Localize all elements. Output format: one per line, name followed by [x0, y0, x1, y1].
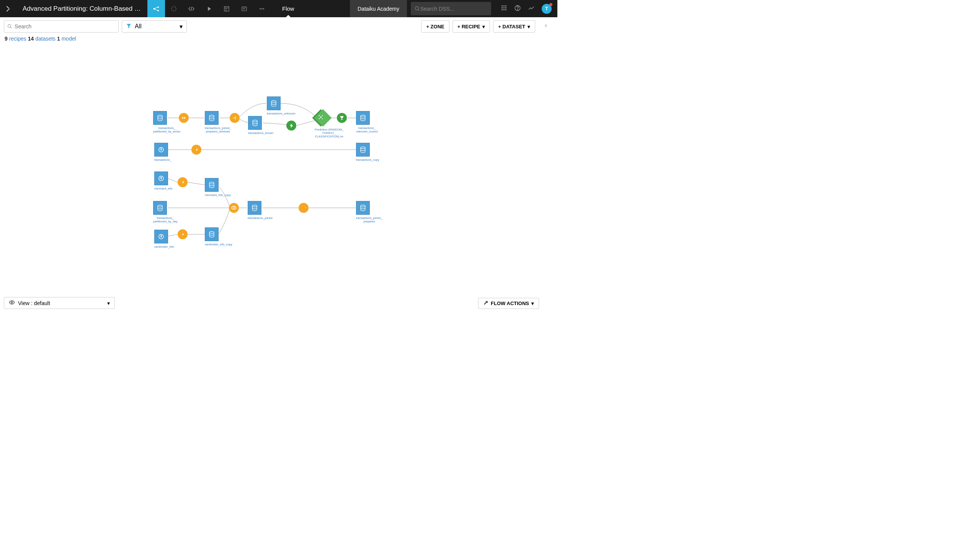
view-selector[interactable]: View : default ▾ [4, 297, 115, 309]
svg-line-37 [188, 182, 205, 185]
add-zone-button[interactable]: + ZONE [421, 20, 449, 33]
activity-icon[interactable] [528, 5, 535, 13]
search-icon [415, 6, 420, 12]
svg-point-63 [209, 182, 214, 184]
dashboard-icon[interactable] [218, 0, 235, 17]
view-label: View : default [18, 300, 50, 306]
add-recipe-button[interactable]: + RECIPE▾ [452, 20, 490, 33]
svg-rect-18 [501, 7, 503, 8]
recipes-link[interactable]: recipes [9, 36, 26, 42]
dataset-cardholder-info[interactable]: cardholder_info [154, 230, 174, 248]
wiki-icon[interactable] [235, 0, 253, 17]
dataset-transactions-joined-prepared-windows[interactable]: transactions_joined_ prepared_windows [205, 111, 231, 133]
svg-rect-45 [182, 117, 183, 119]
svg-point-54 [322, 118, 323, 119]
recipe-join[interactable] [229, 203, 239, 213]
lab-icon[interactable] [165, 0, 183, 17]
svg-rect-21 [501, 9, 503, 10]
svg-rect-17 [505, 5, 506, 7]
svg-point-48 [271, 101, 276, 103]
recipe-prepare[interactable] [299, 203, 309, 213]
dataset-transactions-known[interactable]: transactions_known [248, 116, 273, 135]
svg-point-26 [8, 24, 11, 28]
svg-point-2 [157, 10, 159, 11]
models-count: 1 [57, 36, 60, 42]
project-title[interactable]: Advanced Partitioning: Column-Based (Tut… [17, 5, 147, 13]
svg-rect-15 [501, 5, 503, 7]
svg-point-70 [209, 232, 214, 234]
dataset-transactions-copy[interactable]: transactions_copy [356, 143, 379, 162]
svg-point-52 [322, 115, 323, 116]
dataiku-logo-icon[interactable] [0, 0, 17, 17]
svg-line-14 [418, 9, 419, 10]
svg-line-31 [297, 121, 315, 126]
svg-rect-20 [505, 7, 506, 8]
svg-rect-46 [184, 117, 185, 119]
jobs-icon[interactable] [200, 0, 218, 17]
recipe-train[interactable] [286, 121, 296, 131]
models-link[interactable]: model [62, 36, 76, 42]
svg-point-13 [415, 7, 419, 10]
recipe-sync-2[interactable] [178, 177, 188, 187]
svg-point-12 [263, 8, 264, 9]
wrench-icon [483, 300, 488, 307]
academy-button[interactable]: Dataiku Academy [350, 0, 407, 17]
dataset-transactions-partitioned-by-sector[interactable]: transactions_ partitioned_by_sector [153, 111, 181, 133]
dataset-transactions-joined-prepared[interactable]: transactions_joined_ prepared [356, 201, 382, 223]
filter-dropdown[interactable]: All ▾ [122, 20, 187, 33]
apps-icon[interactable] [501, 5, 507, 13]
svg-point-67 [252, 205, 257, 207]
flow-search[interactable] [4, 20, 119, 33]
svg-rect-22 [503, 9, 505, 10]
svg-point-0 [154, 8, 155, 10]
global-search[interactable] [411, 2, 491, 15]
recipe-window[interactable] [179, 113, 189, 123]
dataset-transactions-unknown[interactable]: transactions_unknown [267, 96, 296, 115]
chevron-down-icon: ▾ [482, 24, 485, 29]
dataset-transactions-unknown-scored[interactable]: transactions_ unknown_scored [356, 111, 378, 133]
chevron-down-icon: ▾ [528, 24, 530, 29]
dataset-transactions-partitioned-by-day[interactable]: transactions_ partitioned_by_day [153, 201, 177, 223]
dataset-merchant-info-copy[interactable]: merchant_info_copy [205, 178, 231, 197]
flow-icon[interactable] [147, 0, 165, 17]
svg-point-53 [319, 118, 320, 119]
user-avatar[interactable]: T [542, 4, 552, 14]
filter-value: All [135, 23, 142, 30]
svg-point-71 [11, 302, 13, 303]
dataset-transactions-joined[interactable]: transactions_joined [248, 201, 273, 220]
recipe-split[interactable] [230, 113, 240, 123]
flow-canvas[interactable]: transactions_ partitioned_by_sector tran… [0, 42, 539, 294]
recipe-score[interactable] [337, 113, 347, 123]
dataset-transactions[interactable]: transactions_ [154, 143, 172, 162]
dataset-merchant-info[interactable]: merchant_info [154, 171, 173, 190]
flow-actions-button[interactable]: FLOW ACTIONS ▾ [478, 298, 539, 309]
flow-tab-label[interactable]: Flow [271, 0, 306, 17]
recipe-sync-1[interactable] [191, 145, 201, 155]
svg-point-10 [260, 8, 261, 9]
add-dataset-button[interactable]: + DATASET▾ [493, 20, 535, 33]
datasets-link[interactable]: datasets [35, 36, 56, 42]
more-icon[interactable] [253, 0, 271, 17]
nav-icons [147, 0, 271, 17]
funnel-icon [126, 23, 132, 30]
svg-point-64 [158, 205, 162, 207]
svg-point-47 [209, 115, 214, 117]
svg-rect-4 [224, 7, 229, 11]
flow-edges [0, 42, 539, 294]
svg-point-61 [361, 147, 365, 149]
global-search-input[interactable] [420, 6, 487, 12]
flow-toolbar: All ▾ + ZONE + RECIPE▾ + DATASET▾ [0, 17, 557, 36]
code-icon[interactable] [183, 0, 200, 17]
svg-point-3 [172, 7, 176, 11]
svg-rect-7 [242, 7, 247, 11]
dataset-cardholder-info-copy[interactable]: cardholder_info_copy [205, 227, 232, 246]
search-icon [7, 24, 12, 29]
svg-point-68 [361, 205, 365, 207]
svg-point-51 [319, 115, 320, 116]
flow-search-input[interactable] [15, 23, 115, 29]
svg-point-1 [157, 6, 159, 8]
help-icon[interactable] [514, 5, 521, 13]
svg-point-11 [261, 8, 263, 9]
collapse-panel-icon[interactable] [538, 22, 554, 31]
recipe-sync-3[interactable] [178, 229, 188, 239]
